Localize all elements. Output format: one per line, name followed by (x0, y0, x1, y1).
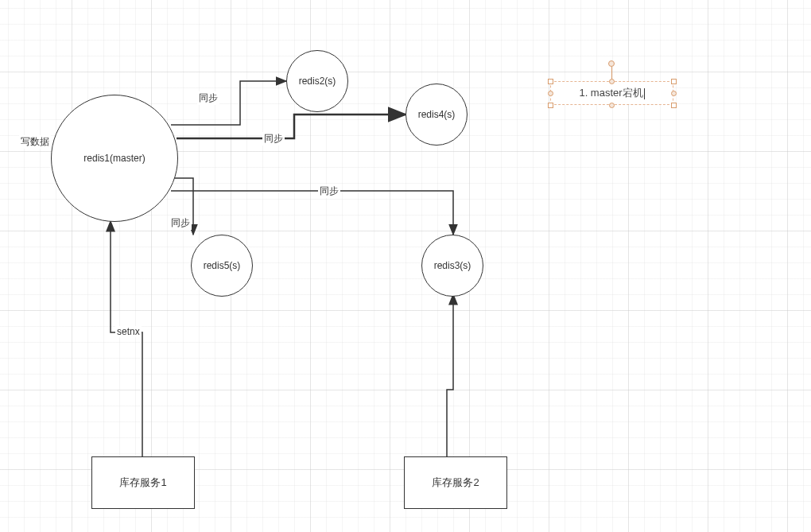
node-label: redis4(s) (418, 109, 456, 120)
node-label: redis5(s) (204, 260, 241, 271)
node-service2[interactable]: 库存服务2 (404, 456, 507, 509)
connectors-layer (0, 0, 811, 532)
node-redis4[interactable]: redis4(s) (406, 83, 468, 146)
text-caret-icon (644, 88, 645, 99)
edge-label-sync-redis3: 同步 (318, 184, 340, 198)
node-label: redis3(s) (434, 260, 471, 271)
edge-label-sync-redis4: 同步 (262, 132, 285, 146)
edge-label-setnx: setnx (115, 326, 142, 337)
rotation-stem (611, 67, 612, 80)
text-annotation-master-crash[interactable]: 1. master宕机 (550, 81, 673, 105)
node-label: 库存服务1 (119, 476, 166, 490)
node-service1[interactable]: 库存服务1 (91, 456, 195, 509)
selection-handle-se[interactable] (671, 103, 677, 108)
label-write-data: 写数据 (19, 135, 51, 149)
node-label: redis1(master) (83, 153, 145, 164)
selection-handle-s[interactable] (609, 103, 615, 108)
node-redis3[interactable]: redis3(s) (421, 235, 483, 297)
selection-handle-sw[interactable] (548, 103, 553, 108)
selection-handle-ne[interactable] (671, 79, 677, 84)
node-label: redis2(s) (299, 76, 336, 87)
node-redis2[interactable]: redis2(s) (286, 50, 348, 112)
selection-handle-n[interactable] (609, 79, 615, 84)
node-label: 库存服务2 (432, 476, 479, 490)
edge-label-sync-redis2: 同步 (197, 91, 219, 105)
edge-label-sync-redis5: 同步 (169, 216, 192, 230)
node-redis1-master[interactable]: redis1(master) (51, 95, 178, 222)
selection-handle-nw[interactable] (548, 79, 553, 84)
text-annotation-content: 1. master宕机 (579, 86, 644, 100)
selection-handle-w[interactable] (548, 91, 553, 96)
selection-handle-e[interactable] (671, 91, 677, 96)
node-redis5[interactable]: redis5(s) (191, 235, 253, 297)
rotation-handle[interactable] (608, 60, 615, 67)
